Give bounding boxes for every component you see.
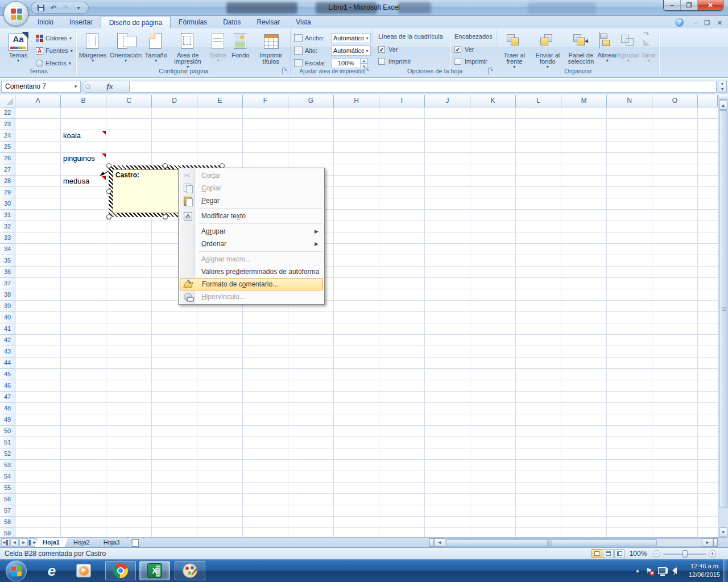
menu-item-pegar[interactable]: Pegar (180, 194, 323, 207)
save-button[interactable] (36, 3, 46, 13)
ribbon-button-traer-al-frente[interactable]: Traer al frente▾ (498, 31, 531, 69)
checkbox-icon[interactable]: ✓ (454, 46, 461, 53)
column-header-e[interactable]: E (197, 95, 243, 107)
dialog-launcher-icon[interactable] (282, 68, 288, 74)
customize-qat-button[interactable]: ▾ (73, 3, 84, 13)
cell-b26[interactable]: pinguinos (61, 153, 106, 164)
dialog-launcher-icon[interactable] (488, 68, 494, 74)
ribbon-button-efectos[interactable]: Efectos ▾ (34, 58, 75, 68)
scroll-up-icon[interactable]: ▲ (719, 101, 727, 110)
taskbar-clock[interactable]: 12:46 a.m. 12/06/2015 (689, 562, 720, 579)
resize-handle[interactable] (106, 214, 111, 219)
redo-button[interactable]: ↷ (61, 3, 71, 13)
ribbon-button-orientacion[interactable]: Orientación▾ (110, 31, 142, 69)
ribbon-tab-insertar[interactable]: Insertar (61, 16, 101, 28)
undo-button[interactable]: ↶ (48, 3, 59, 13)
ribbon-button-margenes[interactable]: Márgenes▾ (79, 31, 107, 69)
taskbar-excel[interactable] (139, 561, 170, 580)
row-header-43[interactable]: 43 (0, 346, 15, 357)
row-header-32[interactable]: 32 (0, 221, 15, 232)
row-header-33[interactable]: 33 (0, 232, 15, 244)
taskbar-chrome[interactable] (105, 561, 136, 580)
volume-icon[interactable] (672, 567, 677, 574)
column-header-j[interactable]: J (425, 95, 470, 107)
row-header-29[interactable]: 29 (0, 187, 15, 198)
ribbon-button-alinear[interactable]: Alinear▾ (598, 31, 617, 69)
scroll-right-icon[interactable]: ► (702, 538, 713, 547)
row-header-23[interactable]: 23 (0, 119, 15, 130)
prev-sheet-icon[interactable]: ◄ (10, 538, 19, 547)
menu-item-ordenar[interactable]: Ordenar▶ (180, 238, 323, 250)
column-header-a[interactable]: A (15, 95, 61, 107)
ribbon-button-tamano[interactable]: Tamaño▾ (145, 31, 167, 69)
combo-alto[interactable]: Automático▾ (331, 45, 371, 56)
page-break-view-button[interactable] (614, 549, 625, 558)
zoom-level[interactable]: 100% (628, 550, 648, 558)
close-button[interactable]: ✕ (698, 0, 723, 10)
dropdown-arrow-icon[interactable]: ▾ (364, 36, 370, 41)
row-header-24[interactable]: 24 (0, 130, 15, 142)
ribbon-tab-vista[interactable]: Vista (288, 16, 318, 28)
ribbon-button-panel-de-seleccion[interactable]: Panel de selección (564, 31, 598, 69)
row-header-22[interactable]: 22 (0, 107, 15, 119)
row-header-51[interactable]: 51 (0, 437, 15, 448)
row-header-37[interactable]: 37 (0, 278, 15, 289)
menu-item-modificar-texto[interactable]: Modificar texto (180, 210, 323, 222)
page-layout-view-button[interactable] (603, 549, 614, 558)
column-header-h[interactable]: H (334, 95, 379, 107)
checkbox-icon[interactable]: ✓ (378, 46, 385, 53)
row-header-39[interactable]: 39 (0, 301, 15, 312)
menu-item-agrupar[interactable]: Agrupar▶ (180, 225, 323, 238)
help-icon[interactable]: ? (675, 18, 684, 27)
row-header-46[interactable]: 46 (0, 380, 15, 392)
sheet-tab-hoja3[interactable]: Hoja3 (95, 538, 129, 547)
checkbox-icon[interactable] (454, 58, 461, 65)
row-header-25[interactable]: 25 (0, 142, 15, 153)
formula-bar-expand-icon[interactable]: ▾▾ (718, 81, 727, 93)
row-header-45[interactable]: 45 (0, 369, 15, 380)
column-header-i[interactable]: I (379, 95, 425, 107)
row-header-50[interactable]: 50 (0, 426, 15, 437)
column-header-g[interactable]: G (288, 95, 334, 107)
column-header-n[interactable]: N (607, 95, 652, 107)
minimize-button[interactable]: – (664, 0, 681, 10)
ribbon-button-temas[interactable]: Aa Temas ▾ (5, 32, 32, 63)
row-header-36[interactable]: 36 (0, 267, 15, 278)
row-header-57[interactable]: 57 (0, 505, 15, 517)
row-header-30[interactable]: 30 (0, 198, 15, 210)
scroll-left-icon[interactable]: ◄ (434, 538, 445, 547)
resize-handle[interactable] (106, 163, 111, 168)
taskbar-media-player[interactable] (68, 561, 99, 580)
resize-handle[interactable] (163, 163, 168, 168)
menu-item-formato-de-comentario[interactable]: Formato de comentario... (180, 278, 323, 290)
horizontal-scroll-thumb[interactable] (446, 539, 657, 546)
row-header-47[interactable]: 47 (0, 392, 15, 403)
row-header-31[interactable]: 31 (0, 210, 15, 221)
first-sheet-icon[interactable]: ◄▌ (1, 538, 10, 547)
row-header-35[interactable]: 35 (0, 255, 15, 267)
start-button[interactable] (6, 560, 27, 581)
row-header-59[interactable]: 59 (0, 528, 15, 537)
ribbon-button-colores[interactable]: Colores ▾ (34, 33, 75, 43)
row-header-55[interactable]: 55 (0, 483, 15, 494)
row-header-58[interactable]: 58 (0, 517, 15, 528)
column-header-k[interactable]: K (470, 95, 516, 107)
dropdown-arrow-icon[interactable]: ▾ (364, 48, 370, 53)
row-header-56[interactable]: 56 (0, 494, 15, 505)
resize-handle[interactable] (106, 189, 111, 194)
checkbox-lineas-de-la-cuadricula-imprimir[interactable]: Imprimir (378, 55, 448, 67)
vertical-scroll-thumb[interactable] (719, 110, 727, 508)
dialog-launcher-icon[interactable] (364, 68, 370, 74)
column-header-d[interactable]: D (152, 95, 197, 107)
ribbon-tab-formulas[interactable]: Fórmulas (171, 16, 215, 28)
workbook-restore-button[interactable]: ❐ (704, 19, 710, 27)
normal-view-button[interactable] (592, 549, 602, 558)
office-button[interactable] (3, 1, 28, 26)
row-header-34[interactable]: 34 (0, 244, 15, 255)
row-header-27[interactable]: 27 (0, 164, 15, 176)
workbook-close-button[interactable]: ✕ (717, 19, 722, 27)
checkbox-lineas-de-la-cuadricula-ver[interactable]: ✓Ver (378, 43, 448, 55)
scroll-down-icon[interactable]: ▼ (719, 527, 727, 537)
ribbon-tab-diseno-de-pagina[interactable]: Diseño de página (101, 16, 171, 28)
row-header-40[interactable]: 40 (0, 312, 15, 323)
